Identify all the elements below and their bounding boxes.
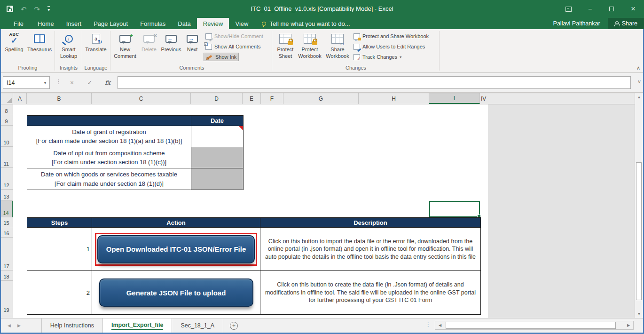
ribbon-display-options-button[interactable] <box>558 0 579 18</box>
tab-view[interactable]: View <box>229 18 254 29</box>
column-header-iv[interactable]: IV <box>480 93 488 104</box>
tab-insert[interactable]: Insert <box>60 18 88 29</box>
column-header-f[interactable]: F <box>261 93 283 104</box>
row-header-12[interactable]: 12 <box>0 168 13 190</box>
row-header-10[interactable]: 10 <box>0 126 13 147</box>
column-header-a[interactable]: A <box>13 93 27 104</box>
column-header-g[interactable]: G <box>283 93 359 104</box>
row-header-15[interactable]: 15 <box>0 217 13 227</box>
row-header-19[interactable]: 19 <box>0 281 13 314</box>
column-header-i[interactable]: I <box>429 93 480 104</box>
save-icon[interactable] <box>7 6 13 12</box>
date-row-3-value-cell[interactable] <box>191 168 243 190</box>
sheet-tab-help-instructions[interactable]: Help Instructions <box>41 318 103 333</box>
date-row-3-subtitle: [For claim made under section 18 (1)(d)] <box>27 179 191 189</box>
scroll-right-icon[interactable]: ▶ <box>624 321 633 329</box>
vertical-scrollbar[interactable]: ▲ ▼ <box>635 93 643 318</box>
next-comment-button[interactable]: → Next <box>183 31 201 64</box>
new-comment-button[interactable]: + New Comment <box>113 31 137 64</box>
previous-comment-icon: ← <box>165 35 177 43</box>
tell-me-box[interactable]: Tell me what you want to do... <box>262 18 350 29</box>
allow-users-icon <box>353 44 360 50</box>
name-box-value: I14 <box>3 80 41 86</box>
row-header-8[interactable]: 8 <box>0 104 13 115</box>
sheet-tab-import-export-file[interactable]: Import_Export_file <box>103 318 172 333</box>
column-header-c[interactable]: C <box>92 93 191 104</box>
horizontal-scrollbar[interactable]: ◀ ▶ <box>435 321 634 330</box>
name-box[interactable]: I14 ▾ <box>3 76 50 89</box>
selected-cell-i14[interactable] <box>429 201 480 217</box>
formula-input[interactable] <box>118 76 631 89</box>
row-header-9[interactable]: 9 <box>0 115 13 126</box>
column-header-e[interactable]: E <box>243 93 261 104</box>
scroll-down-icon[interactable]: ▼ <box>635 310 643 318</box>
horizontal-scroll-thumb[interactable] <box>446 322 616 329</box>
undo-icon[interactable]: ↶ <box>21 6 27 13</box>
allow-users-to-edit-ranges-button[interactable]: Allow Users to Edit Ranges <box>352 42 427 51</box>
tab-page-layout[interactable]: Page Layout <box>87 18 134 29</box>
formula-bar-handle-icon[interactable]: ⋮ <box>55 78 62 85</box>
spelling-icon: ABC ✓ <box>9 32 19 45</box>
row-header-17[interactable]: 17 <box>0 238 13 270</box>
step-2-number: 2 <box>27 271 92 315</box>
translate-button[interactable]: a↻ Translate <box>83 31 109 64</box>
column-header-h[interactable]: H <box>359 93 429 104</box>
collapse-ribbon-icon[interactable]: ∧ <box>636 65 640 71</box>
user-name[interactable]: Pallavi Paithankar <box>553 20 600 27</box>
tab-home[interactable]: Home <box>31 18 60 29</box>
protect-and-share-workbook-button[interactable]: ↔ Protect and Share Workbook <box>352 32 431 40</box>
new-comment-icon: + <box>119 35 131 43</box>
expand-formula-bar-icon[interactable]: ∨ <box>637 79 641 85</box>
share-workbook-button[interactable]: ↔ Share Workbook <box>324 31 351 64</box>
sheet-tab-sec-18-1-a[interactable]: Sec_18_1_A <box>172 318 223 333</box>
track-changes-button[interactable]: ✓ Track Changes ▾ <box>352 53 403 61</box>
show-ink-button[interactable]: Show Ink <box>204 53 239 61</box>
tab-data[interactable]: Data <box>172 18 196 29</box>
thesaurus-button[interactable]: Thesaurus <box>26 31 53 64</box>
customize-quick-access-icon[interactable]: ▾ <box>47 6 50 12</box>
close-button[interactable]: × <box>622 0 644 18</box>
date-row-2-value-cell[interactable] <box>191 147 243 168</box>
row-header-13[interactable]: 13 <box>0 190 13 201</box>
minimize-button[interactable]: − <box>579 0 601 18</box>
sheet-nav-arrows: ◀ ▶ <box>0 318 27 333</box>
next-sheet-icon[interactable]: ▶ <box>17 323 21 328</box>
protect-workbook-button[interactable]: Protect Workbook <box>297 31 322 64</box>
select-all-corner[interactable] <box>0 93 13 104</box>
date-row-3-title: Date on which goods or services becomes … <box>27 170 191 179</box>
row-header-11[interactable]: 11 <box>0 147 13 168</box>
enter-icon[interactable]: ✓ <box>83 76 97 89</box>
row-header-16[interactable]: 16 <box>0 227 13 238</box>
row-header-18[interactable]: 18 <box>0 270 13 281</box>
restore-button[interactable] <box>601 0 622 18</box>
column-header-b[interactable]: B <box>27 93 92 104</box>
spelling-button[interactable]: ABC ✓ Spelling <box>3 31 25 64</box>
name-box-dropdown-icon[interactable]: ▾ <box>41 80 49 85</box>
comment-indicator-icon <box>239 126 243 130</box>
tab-review[interactable]: Review <box>197 18 229 29</box>
generate-json-button[interactable]: Generate JSON File to upload <box>99 278 253 307</box>
row-header-14[interactable]: 14 <box>0 201 13 217</box>
previous-sheet-icon[interactable]: ◀ <box>8 323 11 328</box>
protect-sheet-button[interactable]: Protect Sheet <box>275 31 296 64</box>
date-row-1-value-cell[interactable] <box>191 126 243 147</box>
new-sheet-button[interactable]: + <box>223 318 244 333</box>
show-all-comments-button[interactable]: ❏ Show All Comments <box>204 42 262 51</box>
tab-formulas[interactable]: Formulas <box>134 18 172 29</box>
vertical-scroll-thumb[interactable] <box>636 162 642 300</box>
tabbar-resize-handle-icon[interactable]: ⋮ <box>425 321 431 328</box>
column-header-d[interactable]: D <box>191 93 243 104</box>
scroll-left-icon[interactable]: ◀ <box>435 321 445 329</box>
share-button[interactable]: Share <box>608 18 644 29</box>
smart-lookup-button[interactable]: i Smart Lookup <box>56 31 81 64</box>
redo-icon[interactable]: ↷ <box>34 6 40 13</box>
active-sheet-label: Import_Export_file <box>111 322 163 330</box>
title-bar: ↶ ↷ ▾ ITC_01_Offline_v1.0.xls [Compatibi… <box>0 0 644 18</box>
scroll-up-icon[interactable]: ▲ <box>635 93 643 101</box>
show-hide-comment-button: Show/Hide Comment <box>204 32 265 40</box>
open-downloaded-json-button[interactable]: Open Downloaded ITC-01 JSON/Error File <box>97 235 255 263</box>
insert-function-icon[interactable]: fx <box>101 76 115 89</box>
previous-comment-button[interactable]: ← Previous <box>160 31 182 64</box>
tab-file[interactable]: File <box>6 18 31 29</box>
cancel-icon[interactable]: × <box>65 76 79 89</box>
